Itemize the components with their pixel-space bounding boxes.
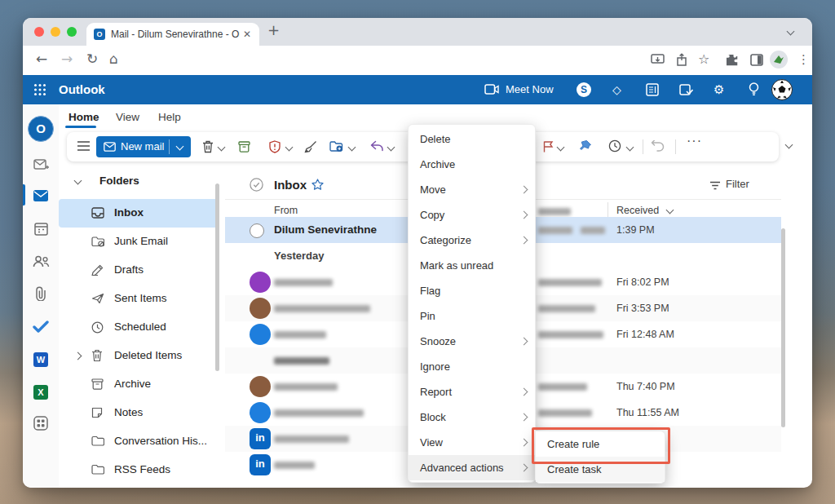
account-avatar[interactable] <box>771 79 793 100</box>
tab-search-chevron-icon[interactable] <box>787 28 795 36</box>
folder-junk-email[interactable]: Junk Email <box>59 228 219 256</box>
new-mail-button[interactable]: New mail <box>96 136 191 157</box>
ribbon-collapse-chevron-icon[interactable] <box>785 141 793 149</box>
column-received[interactable]: Received <box>616 205 659 216</box>
todo-tasks-icon[interactable] <box>679 83 693 96</box>
new-mail-chevron-icon[interactable] <box>176 143 184 151</box>
menu-item-categorize[interactable]: Categorize <box>409 228 535 253</box>
snooze-clock-icon[interactable] <box>608 139 621 153</box>
excel-icon[interactable]: X <box>23 378 59 406</box>
menu-item-advanced-actions[interactable]: Advanced actions <box>409 455 535 480</box>
menu-item-mark-as-unread[interactable]: Mark as unread <box>409 253 535 278</box>
menu-item-copy[interactable]: Copy <box>409 202 535 228</box>
select-all-icon[interactable] <box>250 178 263 192</box>
new-message-icon[interactable] <box>23 152 59 179</box>
new-tab-button[interactable]: + <box>267 21 280 38</box>
attachments-icon[interactable] <box>23 281 59 308</box>
menu-item-delete[interactable]: Delete <box>409 126 535 152</box>
filter-icon[interactable] <box>709 181 721 190</box>
move-chevron-icon[interactable] <box>348 144 356 152</box>
menu-item-archive[interactable]: Archive <box>409 152 535 177</box>
browser-menu-kebab-icon[interactable]: ⋮ <box>797 52 810 67</box>
onenote-feed-icon[interactable] <box>646 83 659 96</box>
flag-chevron-icon[interactable] <box>557 144 565 152</box>
more-options-ellipsis[interactable]: ··· <box>687 134 702 148</box>
skype-icon[interactable]: S <box>577 82 591 97</box>
menu-item-report[interactable]: Report <box>409 379 535 405</box>
folder-drafts[interactable]: Drafts <box>59 256 219 285</box>
delete-icon[interactable] <box>202 140 214 153</box>
message-list-scrollbar[interactable] <box>781 228 785 427</box>
tab-view[interactable]: View <box>116 111 139 123</box>
archive-icon[interactable] <box>238 141 250 153</box>
browser-profile-avatar[interactable] <box>770 51 788 69</box>
folder-inbox[interactable]: Inbox <box>59 199 219 228</box>
reload-icon[interactable]: ↻ <box>86 51 98 67</box>
menu-item-block[interactable]: Block <box>409 405 535 430</box>
calendar-icon[interactable] <box>23 215 59 243</box>
move-to-folder-icon[interactable] <box>329 140 343 153</box>
received-time: 1:39 PM <box>616 217 655 243</box>
share-icon[interactable] <box>676 53 687 67</box>
close-tab-icon[interactable]: ✕ <box>243 29 251 40</box>
filter-label[interactable]: Filter <box>726 178 749 190</box>
reply-chevron-icon[interactable] <box>387 144 395 152</box>
pin-icon[interactable] <box>579 139 592 153</box>
report-chevron-icon[interactable] <box>285 144 294 152</box>
tips-lightbulb-icon[interactable] <box>749 82 759 96</box>
back-icon[interactable]: ← <box>36 51 47 67</box>
reply-icon[interactable] <box>370 140 383 152</box>
folder-icon <box>91 464 104 475</box>
folder-scheduled[interactable]: Scheduled <box>59 313 219 342</box>
sort-chevron-icon[interactable] <box>666 206 674 214</box>
report-shield-icon[interactable] <box>269 140 281 153</box>
home-icon[interactable]: ⌂ <box>109 51 118 67</box>
install-app-icon[interactable] <box>651 54 665 66</box>
forward-icon[interactable]: → <box>61 51 73 67</box>
browser-tab[interactable]: O Mail - Dilum Senevirathne - Ou ✕ <box>86 23 259 46</box>
bookmark-star-icon[interactable]: ☆ <box>698 51 709 67</box>
extensions-puzzle-icon[interactable] <box>726 54 739 67</box>
favorite-star-icon[interactable] <box>311 179 324 191</box>
close-window-button[interactable] <box>34 27 44 37</box>
meet-now-label[interactable]: Meet Now <box>506 75 554 104</box>
word-icon[interactable]: W <box>23 346 59 374</box>
undo-icon[interactable] <box>651 140 665 152</box>
menu-item-move[interactable]: Move <box>409 177 535 202</box>
meet-now-camera-icon[interactable] <box>484 84 499 95</box>
mail-icon[interactable] <box>23 183 59 210</box>
minimize-window-button[interactable] <box>51 27 60 37</box>
column-from[interactable]: From <box>274 205 298 216</box>
zoom-window-button[interactable] <box>67 27 77 37</box>
flag-icon[interactable] <box>543 140 554 153</box>
people-icon[interactable] <box>23 248 59 276</box>
todo-check-icon[interactable] <box>23 313 59 341</box>
folder-rss-feeds[interactable]: RSS Feeds <box>59 456 219 484</box>
folder-sent-items[interactable]: Sent Items <box>59 285 219 313</box>
folder-notes[interactable]: Notes <box>59 399 219 427</box>
delete-chevron-icon[interactable] <box>218 144 226 152</box>
select-circle-icon[interactable] <box>250 223 264 238</box>
menu-item-flag[interactable]: Flag <box>409 278 535 303</box>
side-panel-icon[interactable] <box>750 54 763 66</box>
menu-item-pin[interactable]: Pin <box>409 303 535 329</box>
premium-gem-icon[interactable]: ◇ <box>612 83 621 96</box>
menu-item-snooze[interactable]: Snooze <box>409 329 535 354</box>
folders-header[interactable]: Folders <box>99 175 139 187</box>
tab-help[interactable]: Help <box>158 111 181 123</box>
folder-pane-scrollbar[interactable] <box>215 183 219 371</box>
sweep-broom-icon[interactable] <box>304 140 317 153</box>
folder-conversation-history[interactable]: Conversation His... <box>59 427 219 456</box>
folder-archive[interactable]: Archive <box>59 370 219 399</box>
tab-home[interactable]: Home <box>68 111 99 123</box>
snooze-chevron-icon[interactable] <box>626 144 634 152</box>
folders-collapse-chevron-icon[interactable] <box>74 177 82 185</box>
app-launcher-icon[interactable] <box>33 83 46 96</box>
folder-deleted-items[interactable]: Deleted Items <box>59 342 219 370</box>
hamburger-icon[interactable] <box>77 140 91 152</box>
app-name[interactable]: Outlook <box>59 75 105 104</box>
settings-gear-icon[interactable]: ⚙ <box>714 82 724 97</box>
menu-item-view[interactable]: View <box>409 430 535 455</box>
more-apps-icon[interactable] <box>23 409 59 437</box>
menu-item-ignore[interactable]: Ignore <box>409 354 535 379</box>
